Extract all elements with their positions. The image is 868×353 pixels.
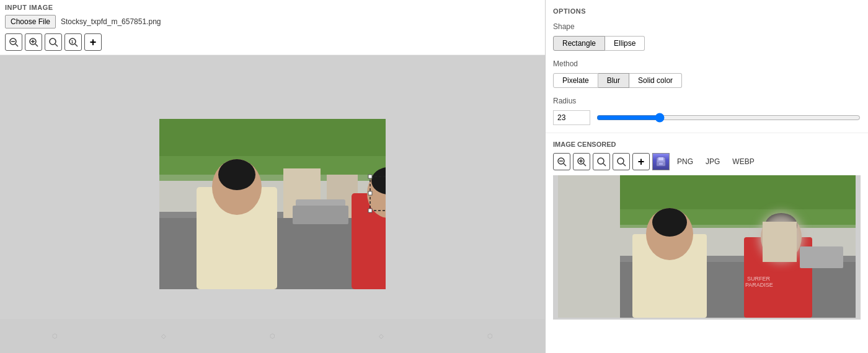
svg-point-7 (50, 38, 56, 45)
svg-rect-53 (659, 163, 663, 165)
left-header: INPUT IMAGE Choose File Stocksy_txpfd_m_… (0, 0, 545, 55)
file-row: Choose File Stocksy_txpfd_m_657851.png (5, 15, 540, 28)
svg-line-49 (623, 163, 626, 166)
shape-rectangle-button[interactable]: Rectangle (553, 36, 605, 51)
censored-add-button[interactable]: + (632, 153, 650, 170)
shape-label: Shape (553, 22, 861, 31)
filename-label: Stocksy_txpfd_m_657851.png (61, 17, 161, 26)
shape-group: Shape Rectangle Ellipse (553, 22, 861, 51)
censored-zoom-actual-button[interactable] (613, 153, 630, 170)
method-label: Method (553, 59, 861, 68)
left-panel: INPUT IMAGE Choose File Stocksy_txpfd_m_… (0, 0, 546, 353)
method-group: Method Pixelate Blur Solid color (553, 59, 861, 88)
choose-file-button[interactable]: Choose File (5, 15, 56, 28)
shape-ellipse-button[interactable]: Ellipse (605, 36, 645, 51)
svg-point-46 (598, 158, 604, 164)
zoom-in-icon (29, 37, 38, 47)
zoom-out-button[interactable] (5, 33, 22, 51)
svg-line-8 (55, 44, 58, 46)
format-jpg-button[interactable]: JPG (701, 155, 725, 168)
radius-row (553, 110, 861, 125)
save-icon (655, 156, 666, 167)
watermark-bar: ⬡ ◇ ⬡ ◇ ⬡ (0, 319, 545, 353)
zoom-fit-button[interactable] (45, 33, 62, 51)
censored-zoom-fit-icon (596, 157, 606, 167)
method-buttons: Pixelate Blur Solid color (553, 73, 861, 88)
svg-rect-31 (368, 175, 372, 178)
options-label: OPTIONS (553, 7, 861, 15)
svg-point-24 (218, 159, 255, 190)
censored-preview: SURFER PARADISE (553, 175, 861, 320)
svg-rect-37 (368, 191, 372, 195)
input-image-label: INPUT IMAGE (5, 4, 540, 11)
add-region-button[interactable]: + (84, 33, 102, 51)
censored-section: IMAGE CENSORED (546, 133, 868, 353)
censored-zoom-in-icon (577, 157, 587, 167)
svg-text:PARADISE: PARADISE (745, 282, 773, 288)
censored-zoom-in-button[interactable] (573, 153, 590, 170)
canvas-area[interactable]: ⬡ ◇ ⬡ ◇ ⬡ (0, 55, 545, 353)
input-image[interactable] (159, 119, 386, 289)
format-png-button[interactable]: PNG (672, 155, 698, 168)
svg-rect-33 (368, 209, 372, 212)
svg-line-45 (583, 163, 586, 166)
svg-text:1: 1 (71, 40, 74, 44)
svg-point-63 (652, 208, 687, 237)
right-panel: OPTIONS Shape Rectangle Ellipse Method P… (546, 0, 868, 353)
censored-toolbar: + PNG JPG WEBP (553, 153, 861, 170)
radius-slider[interactable] (596, 113, 861, 123)
method-solidcolor-button[interactable]: Solid color (629, 73, 682, 88)
censored-zoom-out-button[interactable] (553, 153, 570, 170)
image-container[interactable] (159, 119, 386, 289)
svg-rect-51 (658, 157, 663, 160)
format-webp-button[interactable]: WEBP (727, 155, 759, 168)
shape-buttons: Rectangle Ellipse (553, 36, 861, 51)
censored-label: IMAGE CENSORED (553, 141, 861, 148)
svg-rect-71 (800, 246, 843, 268)
svg-text:SURFER: SURFER (747, 276, 771, 282)
censored-zoom-actual-icon (616, 157, 626, 167)
radius-input[interactable] (553, 110, 590, 125)
options-header: OPTIONS Shape Rectangle Ellipse Method P… (546, 0, 868, 133)
svg-rect-70 (763, 222, 797, 262)
svg-line-6 (35, 44, 38, 46)
censored-zoom-fit-button[interactable] (593, 153, 610, 170)
radius-group: Radius (553, 97, 861, 125)
zoom-fit-icon (48, 37, 58, 47)
svg-line-11 (75, 44, 78, 46)
zoom-actual-icon: 1 (68, 37, 78, 47)
zoom-in-button[interactable] (25, 33, 42, 51)
method-pixelate-button[interactable]: Pixelate (553, 73, 598, 88)
save-button[interactable] (652, 153, 670, 170)
censored-image: SURFER PARADISE (553, 175, 861, 318)
svg-line-2 (16, 44, 18, 46)
censored-zoom-out-icon (557, 157, 567, 167)
svg-rect-29 (293, 206, 348, 224)
svg-point-48 (618, 158, 624, 164)
radius-label: Radius (553, 97, 861, 105)
zoom-controls: 1 + (5, 33, 540, 51)
zoom-actual-button[interactable]: 1 (64, 33, 82, 51)
svg-line-41 (564, 163, 566, 166)
svg-line-47 (603, 163, 606, 166)
zoom-out-icon (9, 37, 19, 47)
method-blur-button[interactable]: Blur (598, 73, 629, 88)
